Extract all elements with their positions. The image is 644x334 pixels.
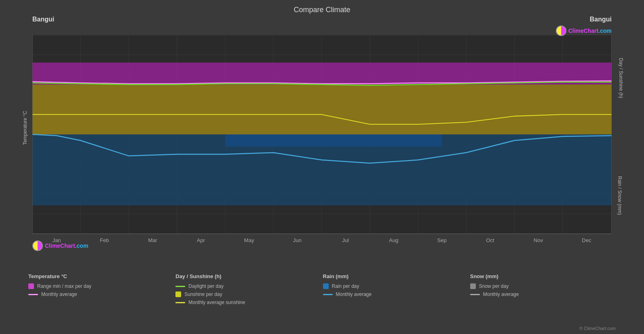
legend-sunshine-monthly: Monthly average sunshine (175, 300, 321, 305)
legend-temp-monthly-label: Monthly average (41, 291, 77, 297)
legend-daylight: Daylight per day (175, 283, 321, 289)
legend-rain-monthly: Monthly average (323, 291, 469, 297)
svg-text:May: May (244, 237, 254, 243)
legend-sunshine-title: Day / Sunshine (h) (175, 273, 321, 279)
legend-rain: Rain (mm) Rain per day Monthly average (323, 273, 469, 332)
svg-text:Mar: Mar (148, 237, 157, 243)
y-axis-right-label-sunshine: Day / Sunshine (h) (618, 58, 623, 98)
snow-monthly-swatch (470, 294, 480, 295)
svg-text:Jun: Jun (293, 237, 302, 243)
legend-snow-per-day: Snow per day (470, 283, 616, 289)
legend-sunshine-per-day: Sunshine per day (175, 291, 321, 297)
legend-rain-per-day: Rain per day (323, 283, 469, 289)
legend-snow-monthly: Monthly average (470, 291, 616, 297)
rain-monthly-swatch (323, 294, 333, 295)
legend-rain-per-day-label: Rain per day (332, 283, 359, 289)
logo-icon-top (556, 26, 566, 36)
svg-text:Feb: Feb (100, 237, 109, 243)
svg-text:Aug: Aug (389, 237, 398, 243)
sunshine-monthly-swatch (175, 302, 185, 303)
legend-daylight-label: Daylight per day (188, 283, 224, 289)
svg-text:Nov: Nov (534, 237, 543, 243)
temp-monthly-swatch (28, 294, 38, 295)
logo-text-bottom: ClimeChart.com (45, 243, 88, 249)
main-container: Compare Climate Bangui Bangui ClimeChart… (0, 0, 644, 334)
chart-svg: Jan Feb Mar Apr May Jun Jul Aug Sep Oct … (32, 16, 612, 265)
daylight-swatch (175, 286, 185, 287)
legend-sunshine: Day / Sunshine (h) Daylight per day Suns… (175, 273, 321, 332)
legend-area: Temperature °C Range min / max per day M… (0, 269, 644, 334)
logo-text-top: ClimeChart.com (568, 28, 612, 34)
legend-sunshine-per-day-label: Sunshine per day (184, 291, 222, 297)
y-axis-left-label: Temperature °C (22, 111, 28, 145)
chart-title: Compare Climate (0, 0, 644, 16)
svg-rect-26 (32, 85, 612, 134)
logo-bottom-left: ClimeChart.com (32, 240, 88, 251)
temp-range-swatch (28, 283, 34, 289)
legend-temperature-title: Temperature °C (28, 273, 174, 279)
copyright: © ClimeChart.com (579, 326, 616, 331)
legend-snow-per-day-label: Snow per day (479, 283, 509, 289)
city-label-right: Bangui (590, 16, 612, 23)
legend-snow: Snow (mm) Snow per day Monthly average (470, 273, 616, 332)
svg-text:Oct: Oct (486, 237, 494, 243)
legend-temperature: Temperature °C Range min / max per day M… (28, 273, 174, 332)
legend-temp-range-label: Range min / max per day (37, 283, 91, 289)
svg-text:Dec: Dec (582, 237, 591, 243)
svg-text:Apr: Apr (197, 237, 205, 243)
legend-rain-title: Rain (mm) (323, 273, 469, 279)
city-label-left: Bangui (32, 16, 54, 23)
legend-temp-range: Range min / max per day (28, 283, 174, 289)
legend-snow-title: Snow (mm) (470, 273, 616, 279)
logo-icon-bottom (32, 240, 43, 251)
svg-text:Jul: Jul (342, 237, 349, 243)
y-axis-right-label-rain: Rain / Snow (mm) (617, 176, 623, 215)
svg-text:Sep: Sep (437, 237, 447, 243)
logo-top-right: ClimeChart.com (556, 26, 612, 36)
svg-rect-28 (225, 134, 441, 147)
legend-snow-monthly-label: Monthly average (483, 291, 519, 297)
legend-rain-monthly-label: Monthly average (336, 291, 372, 297)
legend-sunshine-monthly-label: Monthly average sunshine (188, 300, 245, 305)
legend-temp-monthly: Monthly average (28, 291, 174, 297)
snow-swatch (470, 283, 476, 289)
rain-swatch (323, 283, 329, 289)
sunshine-swatch (175, 291, 181, 297)
